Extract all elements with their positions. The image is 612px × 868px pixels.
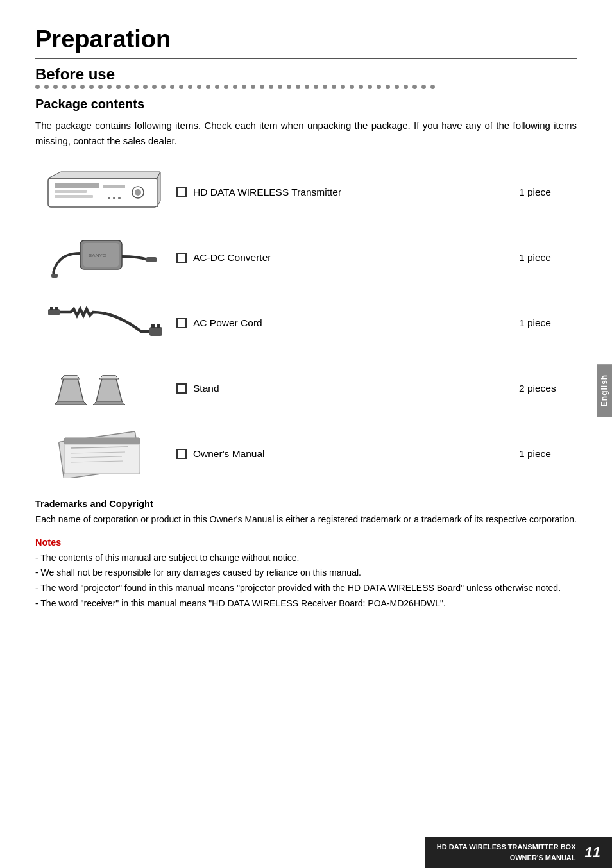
svg-text:SANYO: SANYO <box>89 253 106 258</box>
before-use-title: Before use <box>35 65 577 83</box>
dot-separator <box>35 85 577 89</box>
dot <box>170 85 174 89</box>
page: Preparation Before use <box>0 0 612 868</box>
svg-marker-7 <box>48 172 160 178</box>
svg-rect-1 <box>55 183 99 188</box>
dot <box>80 85 85 89</box>
dot <box>269 85 273 89</box>
svg-rect-18 <box>50 307 53 310</box>
dot <box>242 85 246 89</box>
checkbox-icon <box>176 318 187 328</box>
item-name: AC Power Cord <box>176 317 519 329</box>
checkbox-icon <box>176 187 187 197</box>
intro-paragraph: The package contains following items. Ch… <box>35 118 577 149</box>
dot <box>143 85 148 89</box>
item-details: AC-DC Converter 1 piece <box>176 252 577 263</box>
package-contents-title: Package contents <box>35 97 577 112</box>
item-name: HD DATA WIRELESS Transmitter <box>176 187 519 198</box>
dot <box>430 85 435 89</box>
dot <box>350 85 354 89</box>
svg-marker-23 <box>58 376 83 401</box>
notes-title: Notes <box>35 537 577 547</box>
svg-marker-8 <box>157 172 160 207</box>
trademarks-section: Trademarks and Copyright Each name of co… <box>35 499 577 610</box>
divider <box>35 58 577 59</box>
list-item: Stand 2 pieces <box>35 363 577 414</box>
dot <box>332 85 336 89</box>
svg-marker-25 <box>61 376 80 379</box>
dot <box>421 85 426 89</box>
svg-rect-15 <box>146 257 157 262</box>
list-item: Owner's Manual 1 piece <box>35 428 577 480</box>
trademarks-title: Trademarks and Copyright <box>35 499 577 509</box>
dot <box>206 85 210 89</box>
dot <box>107 85 112 89</box>
dot <box>62 85 67 89</box>
dot <box>125 85 130 89</box>
checkbox-icon <box>176 449 187 459</box>
dot <box>305 85 309 89</box>
svg-rect-22 <box>157 324 160 328</box>
svg-point-10 <box>113 197 115 199</box>
footer-bar: HD DATA WIRELESS TRANSMITTER BOX OWNER'S… <box>425 837 612 868</box>
dot <box>161 85 166 89</box>
item-details: Stand 2 pieces <box>176 383 577 394</box>
dot <box>251 85 255 89</box>
note-item: - The word "receiver" in this manual mea… <box>35 597 577 611</box>
dot <box>341 85 345 89</box>
dot <box>116 85 121 89</box>
list-item: HD DATA WIRELESS Transmitter 1 piece <box>35 167 577 218</box>
svg-rect-2 <box>55 190 87 193</box>
dot <box>44 85 49 89</box>
item-name: AC-DC Converter <box>176 252 519 263</box>
svg-marker-27 <box>93 401 125 405</box>
svg-point-11 <box>118 197 121 199</box>
svg-rect-19 <box>55 307 58 310</box>
list-item: AC Power Cord 1 piece <box>35 297 577 349</box>
trademarks-text: Each name of corporation or product in t… <box>35 513 577 527</box>
cord-icon <box>45 299 167 347</box>
svg-rect-14 <box>51 274 58 278</box>
item-name: Owner's Manual <box>176 448 519 460</box>
manual-icon <box>45 430 167 478</box>
manual-image <box>35 430 176 478</box>
cord-image <box>35 299 176 347</box>
note-item: - The contents of this manual are subjec… <box>35 551 577 565</box>
footer-page-number: 11 <box>585 842 600 863</box>
svg-marker-26 <box>96 376 122 401</box>
item-name: Stand <box>176 383 519 394</box>
item-details: AC Power Cord 1 piece <box>176 317 577 329</box>
dot <box>395 85 399 89</box>
dot <box>314 85 318 89</box>
stand-image <box>35 363 176 414</box>
svg-rect-3 <box>55 195 93 198</box>
svg-rect-35 <box>64 438 140 444</box>
svg-rect-20 <box>149 327 162 336</box>
svg-rect-6 <box>103 185 125 188</box>
dot <box>179 85 183 89</box>
adapter-image: SANYO <box>35 234 176 282</box>
dot <box>233 85 237 89</box>
dot <box>152 85 157 89</box>
footer-text: HD DATA WIRELESS TRANSMITTER BOX OWNER'S… <box>437 842 576 863</box>
svg-rect-17 <box>48 309 60 315</box>
note-item: - We shall not be responsible for any da… <box>35 566 577 580</box>
list-item: SANYO AC-DC Converter 1 piece <box>35 232 577 283</box>
dot <box>71 85 76 89</box>
item-quantity: 1 piece <box>519 252 577 263</box>
english-tab-label: English <box>597 364 612 417</box>
dot <box>35 85 40 89</box>
dot <box>359 85 363 89</box>
svg-point-9 <box>108 197 110 199</box>
dot <box>89 85 94 89</box>
dot <box>188 85 192 89</box>
item-quantity: 1 piece <box>519 317 577 329</box>
dot <box>224 85 228 89</box>
item-details: Owner's Manual 1 piece <box>176 448 577 460</box>
note-item: - The word "projector" found in this man… <box>35 581 577 596</box>
dot <box>53 85 58 89</box>
dot <box>278 85 282 89</box>
dot <box>386 85 390 89</box>
footer-product: HD DATA WIRELESS TRANSMITTER BOX <box>437 842 576 853</box>
dot <box>296 85 300 89</box>
